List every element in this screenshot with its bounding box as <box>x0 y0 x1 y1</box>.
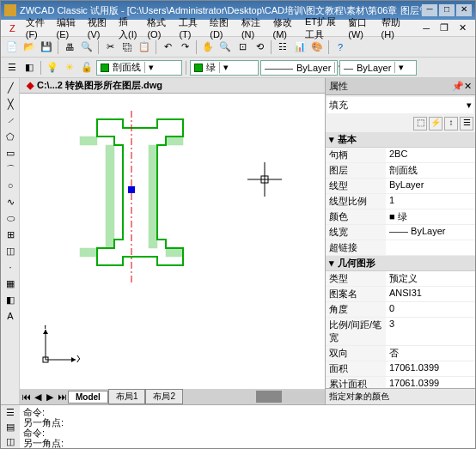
prop-value[interactable]: 17061.0399 <box>386 377 475 388</box>
menu-modify[interactable]: 修改(M) <box>268 15 300 41</box>
grip-point[interactable] <box>128 186 135 193</box>
prop-section[interactable]: 基本 <box>326 132 475 148</box>
design-center-icon[interactable]: 📊 <box>292 39 308 55</box>
select-icon[interactable]: ⬚ <box>413 117 427 130</box>
rect-icon[interactable]: ▭ <box>3 145 18 161</box>
region-icon[interactable]: ◧ <box>3 292 18 307</box>
quick-select-icon[interactable]: ⚡ <box>429 117 442 130</box>
layer-combo[interactable]: 剖面线 ▾ <box>96 60 182 76</box>
prop-value[interactable]: 0 <box>386 302 475 317</box>
prop-value[interactable]: ByLayer <box>386 179 475 193</box>
new-icon[interactable]: 📄 <box>4 39 20 55</box>
app-menu-icon[interactable]: Z <box>4 21 21 35</box>
tool-palette-icon[interactable]: 🎨 <box>309 39 325 55</box>
preview-icon[interactable]: 🔍 <box>79 39 95 55</box>
prop-section[interactable]: 几何图形 <box>326 256 475 271</box>
menu-view[interactable]: 视图(V) <box>82 15 113 41</box>
doc-minimize-button[interactable]: ─ <box>418 21 435 35</box>
ellipse-icon[interactable]: ⬭ <box>3 210 18 226</box>
menu-format[interactable]: 格式(O) <box>142 15 174 41</box>
polygon-icon[interactable]: ⬠ <box>3 129 18 144</box>
layer-manager-icon[interactable]: ☰ <box>4 60 20 76</box>
spline-icon[interactable]: ∿ <box>3 194 18 209</box>
document-tab[interactable]: ◆ C:\...2 转换图形所在图层.dwg <box>20 78 325 94</box>
save-icon[interactable]: 💾 <box>39 39 54 55</box>
xline-icon[interactable]: ╳ <box>3 96 18 112</box>
tab-last-icon[interactable]: ⏭ <box>56 391 68 402</box>
prop-value[interactable] <box>386 240 475 255</box>
prop-row[interactable]: 类型预定义 <box>326 271 475 287</box>
open-icon[interactable]: 📂 <box>21 39 37 55</box>
point-icon[interactable]: · <box>3 259 18 275</box>
zoom-prev-icon[interactable]: ⟲ <box>252 39 267 55</box>
menu-draw[interactable]: 绘图(D) <box>204 15 236 41</box>
prop-row[interactable]: 线宽—— ByLayer <box>326 225 475 240</box>
line-icon[interactable]: ╱ <box>3 80 18 95</box>
prop-row[interactable]: 线型ByLayer <box>326 179 475 194</box>
tab-layout2[interactable]: 布局2 <box>145 389 183 404</box>
prop-row[interactable]: 面积17061.0399 <box>326 361 475 377</box>
zoom-icon[interactable]: 🔍 <box>217 39 233 55</box>
menu-edit[interactable]: 编辑(E) <box>52 15 82 41</box>
prop-value[interactable]: 17061.0399 <box>386 361 475 376</box>
minimize-button[interactable]: ─ <box>422 4 437 16</box>
help-icon[interactable]: ? <box>333 39 348 55</box>
lock-icon[interactable]: 🔓 <box>79 60 95 76</box>
chevron-down-icon[interactable]: ▾ <box>467 100 472 111</box>
pline-icon[interactable]: ⟋ <box>3 112 18 128</box>
prop-row[interactable]: 图案名ANSI31 <box>326 287 475 302</box>
cmd-tool-icon[interactable]: ☰ <box>3 407 18 421</box>
doc-restore-button[interactable]: ❐ <box>435 21 454 35</box>
menu-insert[interactable]: 插入(I) <box>113 14 142 43</box>
menu-window[interactable]: 窗口(W) <box>343 15 375 41</box>
layer-state-icon[interactable]: ◧ <box>21 60 37 76</box>
prop-value[interactable]: ANSI31 <box>386 287 475 301</box>
tab-model[interactable]: Model <box>68 391 108 403</box>
prop-value[interactable]: 1 <box>386 194 475 209</box>
menu-help[interactable]: 帮助(H) <box>376 15 408 41</box>
prop-value[interactable]: 否 <box>386 346 475 361</box>
tab-next-icon[interactable]: ▶ <box>44 391 56 403</box>
cut-icon[interactable]: ✂ <box>102 39 118 55</box>
close-button[interactable]: ✕ <box>456 4 472 16</box>
pan-icon[interactable]: ✋ <box>200 39 216 55</box>
cmd-tool-icon[interactable]: ◫ <box>3 436 18 449</box>
cmd-tool-icon[interactable]: ▤ <box>3 422 18 435</box>
tab-first-icon[interactable]: ⏮ <box>20 391 32 402</box>
text-icon[interactable]: A <box>3 308 18 324</box>
zoom-window-icon[interactable]: ⊡ <box>235 39 250 55</box>
paste-icon[interactable]: 📋 <box>137 39 152 55</box>
hscroll-track[interactable] <box>256 391 325 403</box>
tab-layout1[interactable]: 布局1 <box>108 389 146 404</box>
menu-dim[interactable]: 标注(N) <box>236 15 268 41</box>
prop-value[interactable]: 剖面线 <box>386 163 475 178</box>
prop-value[interactable]: 3 <box>386 318 475 345</box>
list-icon[interactable]: ☰ <box>460 117 473 130</box>
prop-value[interactable]: ■ 绿 <box>386 209 475 224</box>
block-icon[interactable]: ◫ <box>3 243 18 258</box>
freeze-icon[interactable]: ☀ <box>62 60 77 76</box>
panel-close-icon[interactable]: ✕ <box>464 81 472 92</box>
hatch-icon[interactable]: ▦ <box>3 276 18 291</box>
prop-value[interactable]: 2BC <box>386 148 475 162</box>
linetype-combo[interactable]: ——— ByLayer ▾ <box>260 60 338 76</box>
prop-row[interactable]: 比例/间距/笔宽3 <box>326 318 475 346</box>
lineweight-combo[interactable]: — ByLayer ▾ <box>339 60 417 76</box>
prop-row[interactable]: 双向否 <box>326 346 475 361</box>
prop-row[interactable]: 颜色■ 绿 <box>326 209 475 225</box>
pin-icon[interactable]: 📌 <box>452 81 464 92</box>
prop-row[interactable]: 超链接 <box>326 240 475 256</box>
drawing-viewport[interactable]: XY <box>20 94 325 389</box>
insert-icon[interactable]: ⊞ <box>3 227 18 242</box>
prop-row[interactable]: 线型比例1 <box>326 194 475 209</box>
command-history[interactable]: 命令:另一角点:命令:另一角点:命令:另一角点:命令:另一角点: <box>20 405 475 449</box>
circle-icon[interactable]: ○ <box>3 178 18 193</box>
tab-prev-icon[interactable]: ◀ <box>32 391 44 403</box>
print-icon[interactable]: 🖶 <box>62 39 77 55</box>
menu-tools[interactable]: 工具(T) <box>174 15 204 41</box>
copy-icon[interactable]: ⿻ <box>119 39 135 55</box>
toggle-pickadd-icon[interactable]: ↕ <box>444 117 458 130</box>
redo-icon[interactable]: ↷ <box>177 39 192 55</box>
menu-file[interactable]: 文件(F) <box>21 15 52 41</box>
prop-row[interactable]: 累计面积17061.0399 <box>326 377 475 388</box>
